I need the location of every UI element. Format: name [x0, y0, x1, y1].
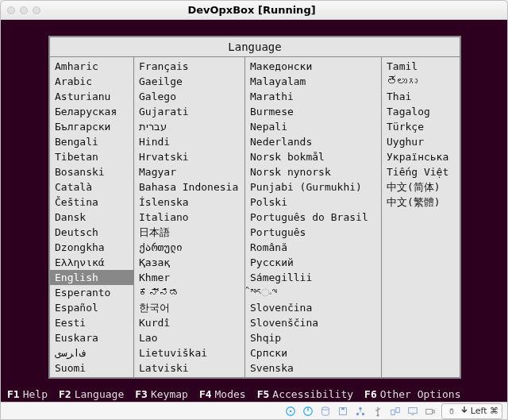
- fkey-f6[interactable]: F6Other Options: [364, 388, 460, 400]
- language-header: Language: [50, 37, 460, 57]
- window-controls: [7, 6, 40, 14]
- language-item[interactable]: ქართული: [134, 240, 244, 255]
- language-item[interactable]: Dansk: [50, 210, 133, 225]
- language-item[interactable]: Norsk nynorsk: [245, 164, 381, 179]
- language-item[interactable]: English: [50, 270, 133, 285]
- language-item[interactable]: Gujarati: [134, 104, 244, 119]
- language-item[interactable]: Bahasa Indonesia: [134, 179, 244, 195]
- language-item[interactable]: Burmese: [245, 104, 381, 119]
- language-item[interactable]: 日本語: [134, 225, 244, 240]
- language-item[interactable]: ಕನ್ನಡ: [134, 285, 244, 300]
- language-item[interactable]: Gaeilge: [134, 74, 244, 89]
- language-item[interactable]: Nepali: [245, 119, 381, 134]
- language-item[interactable]: Română: [245, 240, 381, 255]
- language-item[interactable]: Amharic: [50, 59, 133, 74]
- language-item[interactable]: Tibetan: [50, 149, 133, 164]
- fkey-f4[interactable]: F4Modes: [199, 388, 246, 400]
- language-item[interactable]: తెలుగు: [382, 74, 460, 89]
- language-item[interactable]: Türkçe: [382, 119, 460, 134]
- language-column: FrançaisGaeilgeGalegoGujaratiעבריתHindiH…: [134, 57, 245, 377]
- language-item[interactable]: Asturianu: [50, 89, 133, 104]
- language-item[interactable]: Latviski: [134, 360, 244, 376]
- language-item[interactable]: Malayalam: [245, 74, 381, 89]
- language-item[interactable]: Dzongkha: [50, 240, 133, 255]
- language-item[interactable]: Lietuviškai: [134, 345, 244, 360]
- language-item[interactable]: Italiano: [134, 210, 244, 225]
- language-item[interactable]: Tiếng Việt: [382, 164, 460, 179]
- language-item[interactable]: Uyghur: [382, 134, 460, 149]
- language-item[interactable]: Hrvatski: [134, 149, 244, 164]
- language-item[interactable]: Hindi: [134, 134, 244, 149]
- language-item[interactable]: Русский: [245, 255, 381, 270]
- close-icon[interactable]: [7, 6, 15, 14]
- language-item[interactable]: Беларуская: [50, 104, 133, 119]
- fkey-label: Help: [23, 388, 48, 400]
- language-item[interactable]: Kurdî: [134, 315, 244, 330]
- disc-icon[interactable]: [284, 405, 297, 418]
- language-item[interactable]: ﻑﺍﺮﺳی: [50, 345, 133, 360]
- fkey-f1[interactable]: F1Help: [7, 388, 48, 400]
- language-item[interactable]: Deutsch: [50, 225, 133, 240]
- minimize-icon[interactable]: [20, 6, 28, 14]
- language-item[interactable]: Norsk bokmål: [245, 149, 381, 164]
- fkey-f2[interactable]: F2Language: [59, 388, 124, 400]
- language-item[interactable]: Marathi: [245, 89, 381, 104]
- floppy-icon[interactable]: [337, 405, 349, 418]
- language-item[interactable]: Khmer: [134, 270, 244, 285]
- language-item[interactable]: עברית: [134, 119, 244, 134]
- language-item[interactable]: Български: [50, 119, 133, 134]
- language-item[interactable]: Íslenska: [134, 195, 244, 210]
- language-item[interactable]: སིངංལ: [245, 285, 381, 300]
- language-item[interactable]: Polski: [245, 195, 381, 210]
- language-item[interactable]: Sámegillii: [245, 270, 381, 285]
- host-key-indicator[interactable]: Left ⌘: [441, 403, 502, 419]
- language-item[interactable]: Português: [245, 225, 381, 240]
- language-item[interactable]: Thai: [382, 89, 460, 104]
- language-item[interactable]: Slovenčina: [245, 300, 381, 315]
- fkey-key: F2: [59, 388, 71, 400]
- usb-icon[interactable]: [371, 405, 384, 418]
- share-icon[interactable]: [389, 405, 402, 418]
- language-item[interactable]: Euskara: [50, 330, 133, 345]
- power-icon[interactable]: [302, 405, 314, 418]
- language-item[interactable]: Nederlands: [245, 134, 381, 149]
- language-item[interactable]: Bengali: [50, 134, 133, 149]
- language-item[interactable]: 한국어: [134, 300, 244, 315]
- language-item[interactable]: Galego: [134, 89, 244, 104]
- language-item[interactable]: Қазақ: [134, 255, 244, 270]
- language-item[interactable]: Svenska: [245, 360, 381, 376]
- fkey-f3[interactable]: F3Keymap: [135, 388, 188, 400]
- language-item[interactable]: Português do Brasil: [245, 210, 381, 225]
- language-item[interactable]: Македонски: [245, 59, 381, 74]
- mouse-capture-icon: [445, 405, 458, 418]
- language-item[interactable]: Español: [50, 300, 133, 315]
- language-item[interactable]: Arabic: [50, 74, 133, 89]
- language-item[interactable]: Français: [134, 59, 244, 74]
- language-item[interactable]: Ελληνικά: [50, 255, 133, 270]
- language-item[interactable]: 中文(繁體): [382, 195, 460, 210]
- language-item[interactable]: Català: [50, 179, 133, 195]
- language-item[interactable]: Slovenščina: [245, 315, 381, 330]
- display-icon[interactable]: [406, 405, 419, 418]
- svg-point-4: [321, 407, 329, 410]
- language-item[interactable]: 中文(简体): [382, 179, 460, 195]
- language-item[interactable]: Tamil: [382, 59, 460, 74]
- language-item[interactable]: Tagalog: [382, 104, 460, 119]
- language-item[interactable]: Suomi: [50, 360, 133, 376]
- language-item[interactable]: Bosanski: [50, 164, 133, 179]
- network-icon[interactable]: [354, 405, 367, 418]
- language-item[interactable]: Punjabi (Gurmukhi): [245, 179, 381, 195]
- language-item[interactable]: Magyar: [134, 164, 244, 179]
- disk-icon[interactable]: [319, 405, 332, 418]
- fkey-f5[interactable]: F5Accessibility: [257, 388, 353, 400]
- language-item[interactable]: Српски: [245, 345, 381, 360]
- language-item[interactable]: Čeština: [50, 195, 133, 210]
- language-item[interactable]: Українська: [382, 149, 460, 164]
- camera-icon[interactable]: [424, 405, 437, 418]
- fkey-key: F6: [364, 388, 377, 400]
- language-item[interactable]: Lao: [134, 330, 244, 345]
- language-item[interactable]: Esperanto: [50, 285, 133, 300]
- zoom-icon[interactable]: [33, 6, 40, 14]
- language-item[interactable]: Eesti: [50, 315, 133, 330]
- language-item[interactable]: Shqip: [245, 330, 381, 345]
